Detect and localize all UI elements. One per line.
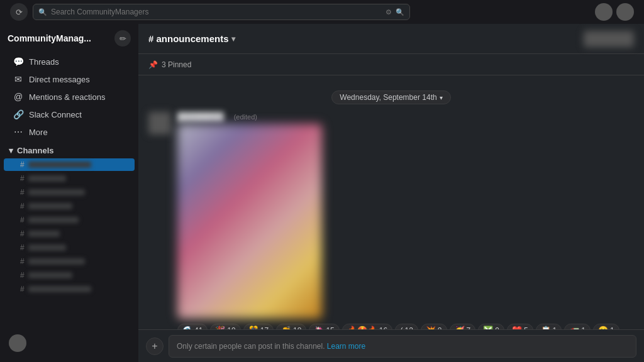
hash-icon-4: #	[20, 202, 25, 211]
sidebar-item-threads-label: Threads	[29, 57, 59, 67]
channel-name: # announcements ▾	[148, 33, 235, 44]
message-row: ████████ (edited) 🌊 41 🎉 19	[148, 112, 634, 329]
date-separator: Wednesday, September 14th ▾	[148, 90, 634, 104]
hash-icon-6: #	[20, 229, 25, 238]
channel-name-blur-6	[28, 231, 60, 237]
channels-chevron-icon: ▾	[9, 146, 13, 155]
sidebar-item-dm-label: Direct messages	[29, 75, 90, 84]
pinned-bar[interactable]: 📌 3 Pinned	[138, 54, 644, 75]
message-content: ████████ (edited) 🌊 41 🎉 19	[177, 112, 634, 329]
reaction-5[interactable]: 🦄 15	[309, 324, 339, 329]
learn-more-link[interactable]: Learn more	[327, 342, 365, 351]
message-header: ████████ (edited)	[177, 112, 634, 121]
history-button[interactable]: ⟳	[10, 3, 28, 21]
sidebar-channel-6[interactable]: #	[4, 228, 135, 240]
message-image	[177, 124, 322, 319]
reaction-1[interactable]: 🌊 41	[177, 324, 208, 329]
channel-members-avatars	[584, 31, 634, 47]
attach-button[interactable]: +	[146, 337, 164, 355]
sidebar-bottom	[0, 329, 138, 357]
reaction-2[interactable]: 🎉 19	[210, 324, 240, 329]
channel-name-blur-7	[28, 244, 66, 251]
channel-header-actions	[584, 31, 634, 47]
reaction-14[interactable]: 😁 1	[593, 324, 619, 329]
sidebar-channel-8[interactable]: #	[4, 255, 135, 268]
hash-icon-9: #	[20, 271, 25, 280]
threads-icon: 💬	[13, 57, 24, 67]
input-placeholder-text: Only certain people can post in this cha…	[177, 342, 325, 351]
workspace-edit-button[interactable]: ✏	[114, 30, 131, 47]
workspace-header[interactable]: CommunityManag... ✏	[0, 24, 138, 53]
reaction-10[interactable]: ❎ 9	[478, 324, 504, 329]
sidebar-item-more[interactable]: ⋯ More	[4, 124, 135, 140]
reaction-9[interactable]: 🥳 7	[450, 324, 476, 329]
sidebar-channel-7[interactable]: #	[4, 241, 135, 254]
reaction-6[interactable]: 🔥🤩🔥 16	[342, 324, 392, 329]
channel-name-blur-3	[28, 189, 85, 195]
message-sender: ████████	[177, 112, 224, 121]
date-label: Wednesday, September 14th	[340, 93, 436, 102]
workspace-name: CommunityManag...	[8, 33, 91, 43]
sidebar-channel-2[interactable]: #	[4, 172, 135, 185]
channel-header: # announcements ▾	[138, 24, 644, 54]
reaction-7[interactable]: ( 12	[395, 324, 418, 329]
filter-icon: ⚙	[386, 8, 392, 16]
sidebar-item-threads[interactable]: 💬 Threads	[4, 53, 135, 70]
message-edited: (edited)	[234, 113, 257, 121]
topbar: ⟳ 🔍 ⚙ 🔍	[0, 0, 644, 24]
user-status-avatar	[9, 334, 26, 352]
hash-icon-8: #	[20, 257, 25, 266]
sidebar-channel-1[interactable]: #	[4, 158, 135, 171]
mentions-icon: @	[13, 92, 24, 102]
pinned-count: 3 Pinned	[162, 60, 191, 69]
dm-icon: ✉	[13, 74, 24, 84]
channels-section-label: Channels	[17, 146, 54, 155]
reaction-8[interactable]: 💥 8	[421, 324, 447, 329]
reaction-3[interactable]: 🎊 17	[243, 324, 274, 329]
sidebar-channel-5[interactable]: #	[4, 214, 135, 226]
hash-icon-3: #	[20, 188, 25, 197]
channel-name-blur-2	[28, 175, 66, 182]
reaction-13[interactable]: 🚛 1	[564, 324, 591, 329]
hash-icon-10: #	[20, 285, 25, 293]
hash-icon-7: #	[20, 243, 25, 252]
channel-name-blur-1	[28, 162, 91, 168]
slack-connect-icon: 🔗	[13, 109, 24, 119]
date-badge[interactable]: Wednesday, September 14th ▾	[331, 90, 450, 104]
channel-name-blur-9	[28, 272, 72, 278]
channel-name-chevron[interactable]: ▾	[231, 35, 235, 43]
sidebar-item-mentions-reactions[interactable]: @ Mentions & reactions	[4, 89, 135, 105]
hash-icon-2: #	[20, 174, 25, 183]
message-avatar	[148, 112, 171, 134]
sidebar-item-slack-connect[interactable]: 🔗 Slack Connect	[4, 106, 135, 123]
channel-name-blur-4	[28, 203, 72, 209]
search-submit-icon: 🔍	[396, 8, 404, 16]
sidebar-channel-3[interactable]: #	[4, 186, 135, 199]
reactions-bar: 🌊 41 🎉 19 🎊 17 👏 18	[177, 324, 634, 329]
hash-icon-5: #	[20, 216, 25, 224]
search-bar: 🔍 ⚙ 🔍	[33, 4, 410, 20]
sidebar-item-more-label: More	[29, 128, 48, 137]
reaction-11[interactable]: ❤️ 5	[507, 324, 533, 329]
sidebar: CommunityManag... ✏ 💬 Threads ✉ Direct m…	[0, 24, 138, 362]
search-icon: 🔍	[38, 8, 47, 16]
date-chevron-icon: ▾	[440, 94, 443, 101]
sidebar-channel-4[interactable]: #	[4, 200, 135, 212]
sidebar-channel-10[interactable]: #	[4, 283, 135, 295]
sidebar-item-mentions-label: Mentions & reactions	[29, 92, 105, 102]
channel-messages: Wednesday, September 14th ▾ ████████ (ed…	[138, 75, 644, 329]
channel-name-blur-8	[28, 258, 85, 265]
channel-area: # announcements ▾ 📌 3 Pinned Wednesday, …	[138, 24, 644, 362]
channels-section-header[interactable]: ▾ Channels	[0, 141, 138, 158]
reaction-4[interactable]: 👏 18	[276, 324, 306, 329]
reaction-12[interactable]: 📋 1	[536, 324, 562, 329]
channel-name-label: # announcements	[148, 33, 229, 44]
channel-input-bar: + Only certain people can post in this c…	[138, 329, 644, 362]
channel-name-blur-10	[28, 286, 91, 292]
sidebar-channel-9[interactable]: #	[4, 269, 135, 282]
user-avatar-1	[595, 3, 613, 21]
search-input[interactable]	[51, 8, 382, 16]
more-icon: ⋯	[13, 127, 24, 137]
user-avatar-2	[616, 3, 634, 21]
sidebar-item-direct-messages[interactable]: ✉ Direct messages	[4, 71, 135, 87]
